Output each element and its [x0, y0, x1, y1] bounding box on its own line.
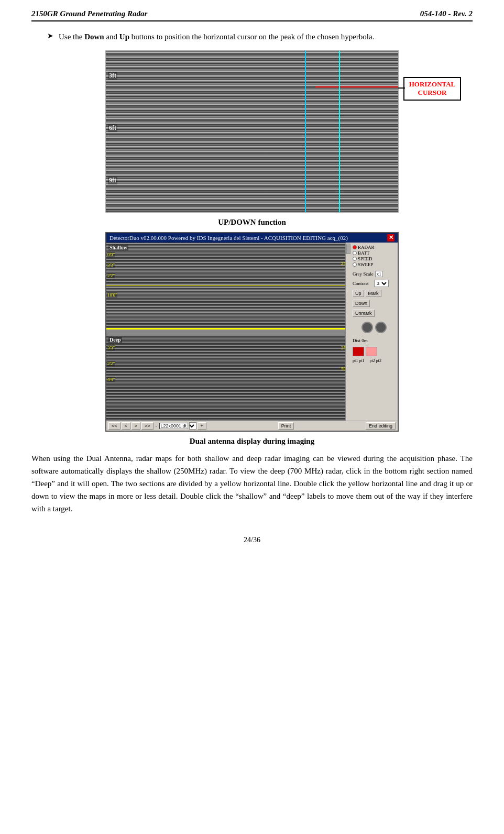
toolbar-dash: - [156, 423, 157, 429]
down-button[interactable]: Down [353, 300, 370, 307]
bullet-arrow-icon: ➤ [47, 31, 53, 40]
blue-cursor-line [305, 51, 306, 212]
header-title-right: 054-140 - Rev. 2 [420, 9, 473, 18]
depth-0-label: 0'0" [107, 252, 115, 257]
annotation-connector [398, 87, 405, 89]
radio-label-batt: BATT [358, 250, 370, 256]
radio-circle-batt[interactable] [353, 251, 357, 255]
sw-body: 51'2" Shallow 0'0" 3'3" 2'2" 10'0" 25m [106, 243, 398, 421]
up-mark-row: Up Mark [353, 290, 396, 297]
annotation-box: HORIZONTALCURSOR [403, 77, 461, 101]
vertical-cursor-line [339, 51, 340, 212]
color-box-red [353, 347, 364, 356]
depth-33b-label: 3'3" [107, 345, 115, 350]
radio-speed[interactable]: SPEED [353, 256, 396, 261]
sw-close-button[interactable]: ✕ [387, 234, 395, 242]
depth-44-label: 4'4" [107, 377, 115, 382]
pt2-label: pt2 pt2 [369, 358, 381, 363]
page-number: 24/36 [244, 536, 260, 544]
depth-100-label: 10'0" [107, 292, 117, 298]
dual-radar-display: Shallow 0'0" 3'3" 2'2" 10'0" 25m [106, 243, 350, 421]
radar-image-bg: 3ft 6ft 9ft [106, 51, 398, 212]
radio-batt[interactable]: BATT [353, 250, 396, 256]
depth-label-3ft: 3ft [108, 72, 117, 80]
sw-toolbar: << < > >> - ▼ + Print End editing [106, 421, 398, 431]
sw-scrollbar[interactable] [345, 243, 350, 421]
down-row: Down [353, 300, 396, 307]
shallow-label[interactable]: Shallow [108, 245, 128, 250]
deep-label[interactable]: Deep [108, 337, 122, 343]
radio-circle-radar[interactable] [353, 245, 357, 249]
circles-row [353, 322, 396, 333]
toolbar-btn-plus[interactable]: + [198, 422, 206, 430]
circle-2 [375, 322, 387, 333]
shallow-cursor-line [106, 285, 350, 286]
contrast-select[interactable]: 3.5 1 2 5 [374, 280, 389, 287]
sw-title: DetectorDuo v02.00.000 Powered by IDS In… [109, 235, 348, 241]
horizontal-cursor-line [315, 86, 398, 87]
page: 2150GR Ground Penetrating Radar 054-140 … [0, 0, 504, 834]
shallow-section[interactable]: Shallow 0'0" 3'3" 2'2" 10'0" 25m [106, 243, 350, 328]
sw-sidebar: RADAR BATT SPEED SWEEP [350, 243, 398, 421]
toolbar-print-btn[interactable]: Print [278, 422, 294, 430]
software-window: DetectorDuo v02.00.000 Powered by IDS In… [105, 232, 399, 432]
toolbar-file-dropdown[interactable]: ▼ [189, 422, 196, 430]
annotation-text: HORIZONTALCURSOR [409, 80, 456, 97]
bullet-section: ➤ Use the Down and Up buttons to positio… [47, 31, 473, 43]
bullet-item: ➤ Use the Down and Up buttons to positio… [47, 31, 473, 43]
depth-22-label: 2'2" [107, 273, 115, 278]
header-divider [31, 20, 473, 21]
header-title-left: 2150GR Ground Penetrating Radar [31, 9, 147, 18]
contrast-row: Contrast 3.5 1 2 5 [353, 280, 396, 287]
radio-label-sweep: SWEEP [358, 262, 374, 267]
yellow-divider[interactable] [106, 328, 350, 330]
radio-circle-speed[interactable] [353, 257, 357, 261]
radio-label-speed: SPEED [358, 256, 372, 261]
deep-section[interactable]: Deep 3'3" 2'2" 4'4" 25m 50m [106, 335, 350, 420]
unmark-row: Unmark [353, 310, 396, 317]
sw-titlebar: DetectorDuo v02.00.000 Powered by IDS In… [106, 233, 398, 243]
unmark-button[interactable]: Unmark [353, 310, 375, 317]
contrast-label: Contrast [353, 281, 372, 286]
caption-dual-antenna: Dual antenna display during imaging [31, 437, 473, 446]
up-button[interactable]: Up [353, 290, 364, 297]
radar-image-container: 3ft 6ft 9ft HORIZONTALCURSOR [105, 50, 399, 213]
deep-scan-lines [106, 335, 350, 420]
bullet-text: Use the Down and Up buttons to position … [59, 31, 374, 43]
toolbar-end-editing-btn[interactable]: End editing [366, 422, 396, 430]
toolbar-btn-rr[interactable]: >> [141, 422, 154, 430]
dist-label: Dist 0m [353, 338, 396, 343]
toolbar-file-input[interactable] [159, 423, 188, 429]
radar-image-wrapper: 3ft 6ft 9ft HORIZONTALCURSOR [105, 50, 399, 213]
color-box-row [353, 347, 396, 356]
header: 2150GR Ground Penetrating Radar 054-140 … [31, 9, 473, 18]
sw-scrollbar-thumb[interactable] [346, 244, 350, 254]
radio-group: RADAR BATT SPEED SWEEP [353, 245, 396, 267]
footer: 24/36 [31, 536, 473, 544]
pt1-label: pt1 pt1 [353, 358, 364, 363]
toolbar-btn-r[interactable]: > [132, 422, 140, 430]
pt-labels: pt1 pt1 pt2 pt2 [353, 358, 396, 363]
body-text: When using the Dual Antenna, radar maps … [31, 452, 473, 515]
depth-22b-label: 2'2" [107, 361, 115, 366]
mark-button[interactable]: Mark [366, 290, 381, 297]
circle-1 [361, 322, 373, 333]
radio-circle-sweep[interactable] [353, 262, 357, 267]
depth-33-label: 3'3" [107, 262, 115, 268]
radar-scan-overlay [106, 51, 398, 212]
sw-main-display[interactable]: 51'2" Shallow 0'0" 3'3" 2'2" 10'0" 25m [106, 243, 350, 421]
x1-badge: x1 [375, 271, 383, 277]
toolbar-btn-ll[interactable]: << [108, 422, 120, 430]
radio-sweep[interactable]: SWEEP [353, 262, 396, 267]
caption-updown: UP/DOWN function [31, 218, 473, 227]
radio-radar[interactable]: RADAR [353, 245, 396, 250]
grey-scale-label: Grey Scale [353, 271, 374, 277]
depth-label-9ft: 9ft [108, 177, 117, 184]
depth-label-6ft: 6ft [108, 124, 117, 132]
toolbar-btn-l[interactable]: < [122, 422, 130, 430]
color-box-pink [366, 347, 377, 356]
grey-scale-row: Grey Scale x1 [353, 271, 396, 277]
radio-label-radar: RADAR [358, 245, 375, 250]
